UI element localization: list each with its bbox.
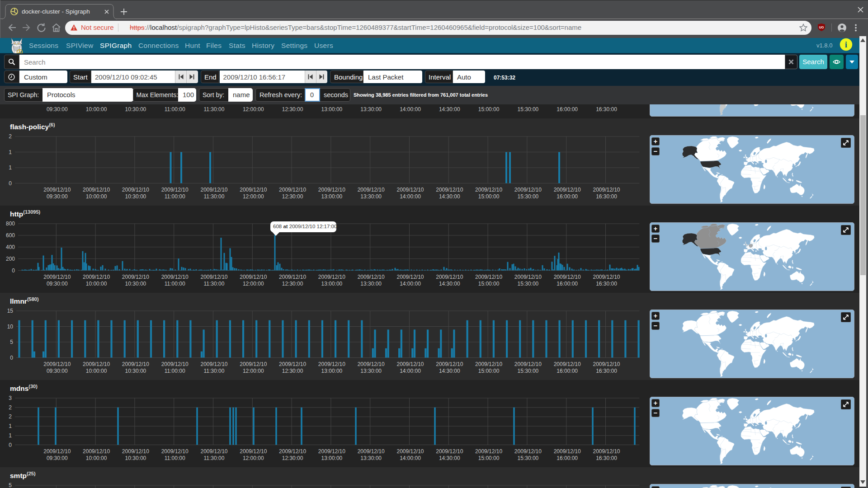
svg-text:0: 0: [10, 354, 13, 361]
svg-text:UO: UO: [819, 26, 824, 29]
svg-text:10:00:00: 10:00:00: [86, 367, 107, 374]
svg-text:2009/12/10: 2009/12/10: [161, 273, 189, 280]
svg-text:2009/12/10: 2009/12/10: [122, 361, 149, 367]
svg-text:600: 600: [6, 232, 15, 238]
svg-text:2009/12/10: 2009/12/10: [279, 186, 306, 192]
svg-text:12:30:00: 12:30:00: [282, 367, 303, 374]
svg-text:2009/12/10: 2009/12/10: [279, 448, 306, 454]
svg-text:14:30:00: 14:30:00: [439, 106, 460, 112]
svg-text:2009/12/10: 2009/12/10: [554, 186, 581, 192]
svg-text:14:30:00: 14:30:00: [439, 367, 460, 374]
svg-text:09:30:00: 09:30:00: [47, 367, 68, 374]
svg-text:2009/12/10: 2009/12/10: [161, 448, 189, 454]
svg-text:2009/12/10: 2009/12/10: [43, 273, 71, 280]
svg-text:10:30:00: 10:30:00: [125, 280, 146, 286]
svg-text:12:00:00: 12:00:00: [243, 455, 264, 461]
svg-text:i: i: [845, 40, 847, 49]
svg-text:11:00:00: 11:00:00: [165, 106, 185, 112]
svg-text:2009/12/10: 2009/12/10: [200, 186, 227, 192]
svg-text:10:00:00: 10:00:00: [86, 280, 107, 286]
svg-text:2009/12/10: 2009/12/10: [200, 273, 227, 280]
svg-text:2009/12/10: 2009/12/10: [396, 273, 424, 280]
svg-text:12:00:00: 12:00:00: [243, 367, 264, 374]
svg-text:12:30:00: 12:30:00: [282, 455, 303, 461]
svg-text:2009/12/10: 2009/12/10: [161, 361, 189, 367]
svg-text:15:00:00: 15:00:00: [478, 455, 500, 461]
svg-text:2009/12/10: 2009/12/10: [122, 448, 149, 454]
svg-text:16:30:00: 16:30:00: [596, 455, 617, 461]
svg-text:2009/12/10: 2009/12/10: [200, 448, 227, 454]
svg-text:14:30:00: 14:30:00: [439, 193, 460, 199]
svg-text:15:00:00: 15:00:00: [478, 367, 500, 374]
svg-text:2009/12/10: 2009/12/10: [514, 186, 542, 192]
svg-text:11:00:00: 11:00:00: [165, 193, 185, 199]
svg-text:15:30:00: 15:30:00: [518, 455, 539, 461]
svg-text:0: 0: [9, 180, 12, 186]
svg-text:2009/12/10: 2009/12/10: [358, 186, 385, 192]
svg-text:2009/12/10: 2009/12/10: [122, 186, 149, 192]
svg-text:13:00:00: 13:00:00: [321, 106, 343, 112]
svg-text:12:30:00: 12:30:00: [282, 106, 303, 112]
svg-text:2009/12/10: 2009/12/10: [554, 448, 581, 454]
svg-text:2009/12/10: 2009/12/10: [436, 448, 463, 454]
svg-text:2009/12/10: 2009/12/10: [436, 186, 463, 192]
svg-text:14:00:00: 14:00:00: [400, 455, 421, 461]
svg-text:13:30:00: 13:30:00: [360, 455, 382, 461]
svg-text:10:30:00: 10:30:00: [125, 367, 146, 374]
svg-text:2009/12/10: 2009/12/10: [514, 273, 542, 280]
svg-text:11:30:00: 11:30:00: [204, 193, 225, 199]
svg-text:2009/12/10: 2009/12/10: [475, 186, 502, 192]
svg-text:5: 5: [10, 339, 13, 345]
svg-text:2009/12/10: 2009/12/10: [514, 361, 542, 367]
svg-text:13:00:00: 13:00:00: [321, 280, 343, 286]
svg-text:14:00:00: 14:00:00: [400, 280, 421, 286]
svg-text:15:30:00: 15:30:00: [518, 193, 539, 199]
svg-text:16:00:00: 16:00:00: [557, 367, 578, 374]
svg-text:2009/12/10: 2009/12/10: [318, 361, 345, 367]
svg-text:12:30:00: 12:30:00: [282, 193, 303, 199]
svg-text:400: 400: [6, 244, 15, 250]
svg-text:2009/12/10: 2009/12/10: [593, 273, 620, 280]
svg-text:1: 1: [9, 432, 12, 438]
svg-text:09:30:00: 09:30:00: [47, 455, 68, 461]
svg-text:15:00:00: 15:00:00: [478, 280, 500, 286]
svg-text:2009/12/10: 2009/12/10: [593, 361, 620, 367]
svg-text:2009/12/10: 2009/12/10: [318, 273, 345, 280]
svg-text:16:30:00: 16:30:00: [596, 193, 617, 199]
svg-text:12:30:00: 12:30:00: [282, 280, 303, 286]
svg-text:09:30:00: 09:30:00: [47, 280, 68, 286]
svg-text:11:30:00: 11:30:00: [204, 367, 225, 374]
svg-text:2009/12/10: 2009/12/10: [475, 273, 502, 280]
svg-text:10:00:00: 10:00:00: [86, 193, 107, 199]
svg-text:2009/12/10: 2009/12/10: [554, 361, 581, 367]
svg-text:2009/12/10: 2009/12/10: [43, 361, 71, 367]
svg-text:13:30:00: 13:30:00: [360, 367, 382, 374]
svg-text:09:30:00: 09:30:00: [47, 106, 68, 112]
svg-text:10:00:00: 10:00:00: [86, 106, 107, 112]
svg-text:16:00:00: 16:00:00: [557, 455, 578, 461]
svg-text:2009/12/10: 2009/12/10: [122, 273, 149, 280]
svg-text:10:00:00: 10:00:00: [86, 455, 107, 461]
svg-text:2009/12/10: 2009/12/10: [240, 186, 267, 192]
svg-text:13:30:00: 13:30:00: [360, 193, 382, 199]
svg-text:2009/12/10: 2009/12/10: [358, 448, 385, 454]
svg-text:15:00:00: 15:00:00: [478, 106, 500, 112]
svg-text:2009/12/10: 2009/12/10: [43, 186, 71, 192]
svg-text:16:30:00: 16:30:00: [596, 280, 617, 286]
svg-text:2009/12/10: 2009/12/10: [396, 186, 424, 192]
svg-text:2009/12/10: 2009/12/10: [436, 361, 463, 367]
svg-text:2009/12/10: 2009/12/10: [475, 361, 502, 367]
svg-text:2009/12/10: 2009/12/10: [593, 448, 620, 454]
svg-text:0: 0: [9, 441, 12, 448]
svg-text:200: 200: [6, 255, 15, 262]
svg-text:15:00:00: 15:00:00: [478, 193, 500, 199]
svg-text:2009/12/10: 2009/12/10: [318, 448, 345, 454]
svg-text:14:00:00: 14:00:00: [400, 367, 421, 374]
svg-text:16:30:00: 16:30:00: [596, 367, 617, 374]
svg-text:2: 2: [9, 404, 12, 410]
svg-text:10:30:00: 10:30:00: [125, 106, 146, 112]
svg-text:14:30:00: 14:30:00: [439, 280, 460, 286]
svg-text:10:30:00: 10:30:00: [125, 455, 146, 461]
svg-text:11:30:00: 11:30:00: [204, 280, 225, 286]
svg-text:2009/12/10: 2009/12/10: [83, 361, 110, 367]
